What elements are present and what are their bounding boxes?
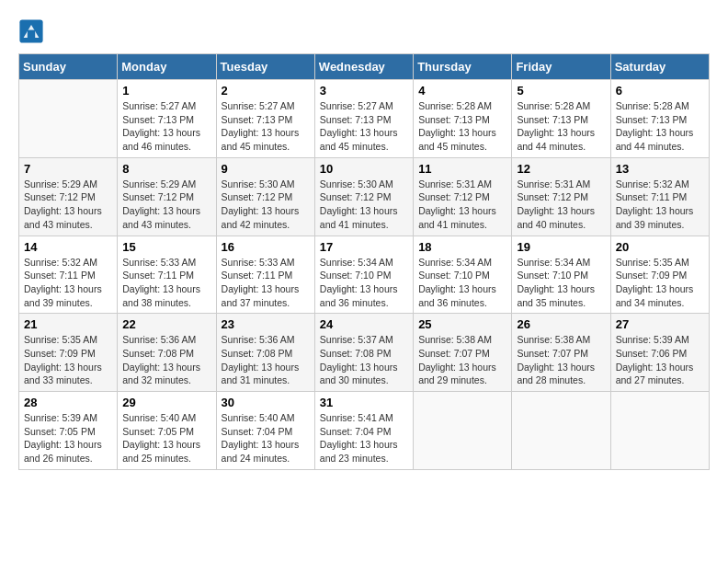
calendar-body: 1Sunrise: 5:27 AM Sunset: 7:13 PM Daylig… [19, 80, 710, 470]
calendar-cell: 8Sunrise: 5:29 AM Sunset: 7:12 PM Daylig… [118, 157, 216, 236]
calendar-cell: 15Sunrise: 5:33 AM Sunset: 7:11 PM Dayli… [118, 236, 216, 314]
day-info: Sunrise: 5:30 AM Sunset: 7:12 PM Dayligh… [320, 178, 408, 232]
day-info: Sunrise: 5:33 AM Sunset: 7:11 PM Dayligh… [122, 256, 210, 310]
calendar-cell: 3Sunrise: 5:27 AM Sunset: 7:13 PM Daylig… [314, 80, 413, 158]
day-info: Sunrise: 5:40 AM Sunset: 7:04 PM Dayligh… [222, 411, 310, 465]
day-info: Sunrise: 5:39 AM Sunset: 7:06 PM Dayligh… [616, 333, 704, 387]
day-number: 13 [616, 162, 704, 176]
header-day: Saturday [610, 54, 709, 80]
calendar-cell [512, 392, 610, 470]
calendar-cell: 4Sunrise: 5:28 AM Sunset: 7:13 PM Daylig… [414, 80, 512, 158]
calendar-cell: 30Sunrise: 5:40 AM Sunset: 7:04 PM Dayli… [216, 392, 314, 470]
day-info: Sunrise: 5:31 AM Sunset: 7:12 PM Dayligh… [517, 178, 605, 232]
day-info: Sunrise: 5:32 AM Sunset: 7:11 PM Dayligh… [616, 178, 704, 232]
svg-rect-2 [28, 30, 35, 38]
header-day: Wednesday [314, 54, 413, 80]
day-number: 10 [320, 162, 408, 176]
day-number: 19 [517, 240, 605, 254]
calendar-cell: 27Sunrise: 5:39 AM Sunset: 7:06 PM Dayli… [610, 314, 709, 392]
day-number: 30 [222, 396, 310, 409]
day-number: 5 [517, 84, 605, 98]
calendar-week-row: 28Sunrise: 5:39 AM Sunset: 7:05 PM Dayli… [19, 392, 710, 470]
header-day: Tuesday [216, 54, 314, 80]
page-header [18, 18, 710, 44]
calendar-cell: 5Sunrise: 5:28 AM Sunset: 7:13 PM Daylig… [512, 80, 610, 158]
calendar-cell: 22Sunrise: 5:36 AM Sunset: 7:08 PM Dayli… [118, 314, 216, 392]
day-number: 8 [122, 162, 210, 176]
calendar-cell: 18Sunrise: 5:34 AM Sunset: 7:10 PM Dayli… [414, 236, 512, 314]
header-row: SundayMondayTuesdayWednesdayThursdayFrid… [19, 54, 710, 80]
calendar-cell: 17Sunrise: 5:34 AM Sunset: 7:10 PM Dayli… [314, 236, 413, 314]
day-info: Sunrise: 5:36 AM Sunset: 7:08 PM Dayligh… [222, 333, 310, 387]
day-number: 17 [320, 240, 408, 254]
day-info: Sunrise: 5:27 AM Sunset: 7:13 PM Dayligh… [320, 99, 408, 154]
day-info: Sunrise: 5:34 AM Sunset: 7:10 PM Dayligh… [320, 256, 408, 310]
day-number: 4 [418, 84, 506, 98]
day-number: 29 [122, 396, 210, 409]
calendar-cell: 31Sunrise: 5:41 AM Sunset: 7:04 PM Dayli… [314, 392, 413, 470]
day-number: 24 [320, 317, 408, 331]
day-info: Sunrise: 5:36 AM Sunset: 7:08 PM Dayligh… [122, 333, 210, 387]
calendar-cell: 16Sunrise: 5:33 AM Sunset: 7:11 PM Dayli… [216, 236, 314, 314]
calendar-cell: 13Sunrise: 5:32 AM Sunset: 7:11 PM Dayli… [610, 157, 709, 236]
calendar-table: SundayMondayTuesdayWednesdayThursdayFrid… [18, 53, 710, 470]
calendar-week-row: 14Sunrise: 5:32 AM Sunset: 7:11 PM Dayli… [19, 236, 710, 314]
calendar-cell: 26Sunrise: 5:38 AM Sunset: 7:07 PM Dayli… [512, 314, 610, 392]
day-info: Sunrise: 5:37 AM Sunset: 7:08 PM Dayligh… [320, 333, 408, 387]
calendar-cell: 23Sunrise: 5:36 AM Sunset: 7:08 PM Dayli… [216, 314, 314, 392]
day-info: Sunrise: 5:35 AM Sunset: 7:09 PM Dayligh… [616, 256, 704, 310]
calendar-cell: 9Sunrise: 5:30 AM Sunset: 7:12 PM Daylig… [216, 157, 314, 236]
calendar-cell [414, 392, 512, 470]
day-number: 21 [24, 317, 112, 331]
day-info: Sunrise: 5:34 AM Sunset: 7:10 PM Dayligh… [517, 256, 605, 310]
calendar-cell: 24Sunrise: 5:37 AM Sunset: 7:08 PM Dayli… [314, 314, 413, 392]
calendar-cell: 19Sunrise: 5:34 AM Sunset: 7:10 PM Dayli… [512, 236, 610, 314]
calendar-cell: 28Sunrise: 5:39 AM Sunset: 7:05 PM Dayli… [19, 392, 118, 470]
calendar-cell: 2Sunrise: 5:27 AM Sunset: 7:13 PM Daylig… [216, 80, 314, 158]
day-info: Sunrise: 5:38 AM Sunset: 7:07 PM Dayligh… [418, 333, 506, 387]
day-number: 27 [616, 317, 704, 331]
day-info: Sunrise: 5:41 AM Sunset: 7:04 PM Dayligh… [320, 411, 408, 465]
day-info: Sunrise: 5:35 AM Sunset: 7:09 PM Dayligh… [24, 333, 112, 387]
day-info: Sunrise: 5:39 AM Sunset: 7:05 PM Dayligh… [24, 411, 112, 465]
calendar-cell: 20Sunrise: 5:35 AM Sunset: 7:09 PM Dayli… [610, 236, 709, 314]
calendar-cell: 1Sunrise: 5:27 AM Sunset: 7:13 PM Daylig… [118, 80, 216, 158]
calendar-cell: 10Sunrise: 5:30 AM Sunset: 7:12 PM Dayli… [314, 157, 413, 236]
calendar-cell: 11Sunrise: 5:31 AM Sunset: 7:12 PM Dayli… [414, 157, 512, 236]
calendar-week-row: 21Sunrise: 5:35 AM Sunset: 7:09 PM Dayli… [19, 314, 710, 392]
header-day: Thursday [414, 54, 512, 80]
day-info: Sunrise: 5:28 AM Sunset: 7:13 PM Dayligh… [517, 99, 605, 154]
calendar-cell [610, 392, 709, 470]
calendar-cell: 25Sunrise: 5:38 AM Sunset: 7:07 PM Dayli… [414, 314, 512, 392]
day-info: Sunrise: 5:34 AM Sunset: 7:10 PM Dayligh… [418, 256, 506, 310]
day-info: Sunrise: 5:31 AM Sunset: 7:12 PM Dayligh… [418, 178, 506, 232]
calendar-week-row: 1Sunrise: 5:27 AM Sunset: 7:13 PM Daylig… [19, 80, 710, 158]
day-number: 16 [222, 240, 310, 254]
day-number: 15 [122, 240, 210, 254]
day-number: 1 [122, 84, 210, 98]
day-info: Sunrise: 5:27 AM Sunset: 7:13 PM Dayligh… [122, 99, 210, 154]
calendar-cell: 21Sunrise: 5:35 AM Sunset: 7:09 PM Dayli… [19, 314, 118, 392]
day-number: 28 [24, 396, 112, 409]
day-info: Sunrise: 5:28 AM Sunset: 7:13 PM Dayligh… [616, 99, 704, 154]
day-info: Sunrise: 5:28 AM Sunset: 7:13 PM Dayligh… [418, 99, 506, 154]
day-number: 11 [418, 162, 506, 176]
calendar-cell: 6Sunrise: 5:28 AM Sunset: 7:13 PM Daylig… [610, 80, 709, 158]
day-info: Sunrise: 5:38 AM Sunset: 7:07 PM Dayligh… [517, 333, 605, 387]
day-number: 7 [24, 162, 112, 176]
header-day: Friday [512, 54, 610, 80]
day-info: Sunrise: 5:40 AM Sunset: 7:05 PM Dayligh… [122, 411, 210, 465]
day-info: Sunrise: 5:29 AM Sunset: 7:12 PM Dayligh… [24, 178, 112, 232]
day-info: Sunrise: 5:32 AM Sunset: 7:11 PM Dayligh… [24, 256, 112, 310]
day-number: 12 [517, 162, 605, 176]
calendar-header: SundayMondayTuesdayWednesdayThursdayFrid… [19, 54, 710, 80]
day-number: 26 [517, 317, 605, 331]
calendar-cell: 7Sunrise: 5:29 AM Sunset: 7:12 PM Daylig… [19, 157, 118, 236]
header-day: Monday [118, 54, 216, 80]
header-day: Sunday [19, 54, 118, 80]
calendar-cell: 12Sunrise: 5:31 AM Sunset: 7:12 PM Dayli… [512, 157, 610, 236]
calendar-week-row: 7Sunrise: 5:29 AM Sunset: 7:12 PM Daylig… [19, 157, 710, 236]
day-info: Sunrise: 5:33 AM Sunset: 7:11 PM Dayligh… [222, 256, 310, 310]
logo-icon [18, 18, 44, 44]
calendar-cell: 14Sunrise: 5:32 AM Sunset: 7:11 PM Dayli… [19, 236, 118, 314]
